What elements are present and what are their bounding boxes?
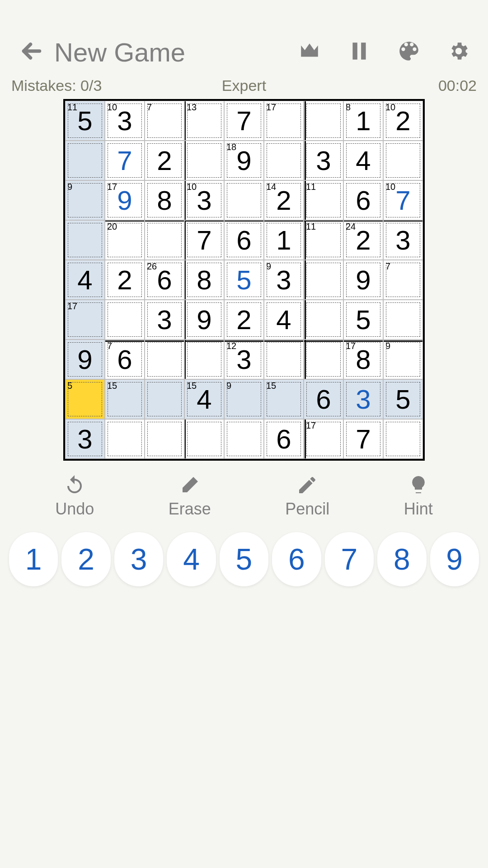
- cell-7-0[interactable]: 5: [65, 379, 105, 419]
- digit-5-button[interactable]: 5: [220, 532, 268, 586]
- cell-5-6[interactable]: [304, 300, 343, 340]
- cell-7-3[interactable]: 415: [184, 379, 224, 419]
- cell-7-6[interactable]: 6: [304, 379, 343, 419]
- cell-4-8[interactable]: 7: [383, 260, 423, 300]
- cell-5-1[interactable]: [105, 300, 145, 340]
- cell-6-5[interactable]: [264, 340, 304, 379]
- cell-8-1[interactable]: [105, 419, 145, 459]
- cell-7-4[interactable]: 9: [224, 379, 264, 419]
- pause-icon[interactable]: [348, 40, 371, 64]
- cell-3-8[interactable]: 3: [383, 220, 423, 260]
- cell-3-7[interactable]: 224: [343, 220, 383, 260]
- cell-6-1[interactable]: 67: [105, 340, 145, 379]
- cell-4-1[interactable]: 2: [105, 260, 145, 300]
- cell-3-3[interactable]: 7: [184, 220, 224, 260]
- cell-6-6[interactable]: [304, 340, 343, 379]
- cell-5-4[interactable]: 2: [224, 300, 264, 340]
- cell-4-5[interactable]: 39: [264, 260, 304, 300]
- svg-rect-0: [352, 42, 357, 60]
- cell-4-2[interactable]: 626: [145, 260, 184, 300]
- cell-1-8[interactable]: [383, 141, 423, 180]
- cell-0-6[interactable]: [304, 101, 343, 141]
- cell-3-2[interactable]: [145, 220, 184, 260]
- cell-1-0[interactable]: [65, 141, 105, 180]
- cell-0-4[interactable]: 7: [224, 101, 264, 141]
- cell-5-8[interactable]: [383, 300, 423, 340]
- cell-0-8[interactable]: 210: [383, 101, 423, 141]
- cell-1-4[interactable]: 918: [224, 141, 264, 180]
- cell-0-1[interactable]: 310: [105, 101, 145, 141]
- digit-7-button[interactable]: 7: [325, 532, 374, 586]
- cell-7-1[interactable]: 15: [105, 379, 145, 419]
- cell-4-0[interactable]: 4: [65, 260, 105, 300]
- cell-2-1[interactable]: 917: [105, 180, 145, 220]
- cell-3-5[interactable]: 1: [264, 220, 304, 260]
- cell-3-1[interactable]: 20: [105, 220, 145, 260]
- cell-2-5[interactable]: 214: [264, 180, 304, 220]
- cell-8-5[interactable]: 6: [264, 419, 304, 459]
- pencil-button[interactable]: Pencil: [285, 474, 329, 519]
- palette-icon[interactable]: [398, 40, 420, 64]
- undo-button[interactable]: Undo: [55, 474, 94, 519]
- cell-2-0[interactable]: 9: [65, 180, 105, 220]
- cell-1-7[interactable]: 4: [343, 141, 383, 180]
- cell-5-3[interactable]: 9: [184, 300, 224, 340]
- cell-2-8[interactable]: 710: [383, 180, 423, 220]
- cell-5-7[interactable]: 5: [343, 300, 383, 340]
- cell-7-5[interactable]: 15: [264, 379, 304, 419]
- digit-1-button[interactable]: 1: [9, 532, 58, 586]
- cell-7-2[interactable]: [145, 379, 184, 419]
- cell-4-3[interactable]: 8: [184, 260, 224, 300]
- cell-0-0[interactable]: 511: [65, 101, 105, 141]
- cell-4-6[interactable]: [304, 260, 343, 300]
- cell-0-7[interactable]: 18: [343, 101, 383, 141]
- cell-8-7[interactable]: 7: [343, 419, 383, 459]
- cell-5-2[interactable]: 3: [145, 300, 184, 340]
- digit-6-button[interactable]: 6: [272, 532, 321, 586]
- erase-button[interactable]: Erase: [169, 474, 211, 519]
- cell-3-4[interactable]: 6: [224, 220, 264, 260]
- cell-3-0[interactable]: [65, 220, 105, 260]
- cell-8-2[interactable]: [145, 419, 184, 459]
- digit-3-button[interactable]: 3: [114, 532, 163, 586]
- cell-6-3[interactable]: [184, 340, 224, 379]
- cell-0-2[interactable]: 7: [145, 101, 184, 141]
- cell-1-2[interactable]: 2: [145, 141, 184, 180]
- cell-5-5[interactable]: 4: [264, 300, 304, 340]
- cell-6-0[interactable]: 9: [65, 340, 105, 379]
- crown-icon[interactable]: [298, 40, 321, 64]
- cell-0-3[interactable]: 13: [184, 101, 224, 141]
- back-button[interactable]: [18, 38, 45, 66]
- cell-0-5[interactable]: 17: [264, 101, 304, 141]
- cell-5-0[interactable]: 17: [65, 300, 105, 340]
- cell-4-7[interactable]: 9: [343, 260, 383, 300]
- cell-2-4[interactable]: [224, 180, 264, 220]
- cell-2-7[interactable]: 6: [343, 180, 383, 220]
- cell-6-7[interactable]: 817: [343, 340, 383, 379]
- cell-4-4[interactable]: 5: [224, 260, 264, 300]
- cell-2-3[interactable]: 310: [184, 180, 224, 220]
- hint-button[interactable]: Hint: [404, 474, 433, 519]
- gear-icon[interactable]: [447, 40, 470, 64]
- cell-8-8[interactable]: [383, 419, 423, 459]
- cell-2-6[interactable]: 11: [304, 180, 343, 220]
- cell-6-4[interactable]: 312: [224, 340, 264, 379]
- cell-8-3[interactable]: [184, 419, 224, 459]
- digit-2-button[interactable]: 2: [61, 532, 110, 586]
- cell-8-6[interactable]: 17: [304, 419, 343, 459]
- cell-8-4[interactable]: [224, 419, 264, 459]
- cell-3-6[interactable]: 11: [304, 220, 343, 260]
- cell-1-3[interactable]: [184, 141, 224, 180]
- cell-7-7[interactable]: 3: [343, 379, 383, 419]
- digit-8-button[interactable]: 8: [377, 532, 426, 586]
- digit-4-button[interactable]: 4: [167, 532, 216, 586]
- cell-1-1[interactable]: 7: [105, 141, 145, 180]
- cell-8-0[interactable]: 3: [65, 419, 105, 459]
- cell-2-2[interactable]: 8: [145, 180, 184, 220]
- cell-7-8[interactable]: 5: [383, 379, 423, 419]
- cell-6-8[interactable]: 9: [383, 340, 423, 379]
- cell-1-6[interactable]: 3: [304, 141, 343, 180]
- cell-1-5[interactable]: [264, 141, 304, 180]
- cell-6-2[interactable]: [145, 340, 184, 379]
- digit-9-button[interactable]: 9: [430, 532, 479, 586]
